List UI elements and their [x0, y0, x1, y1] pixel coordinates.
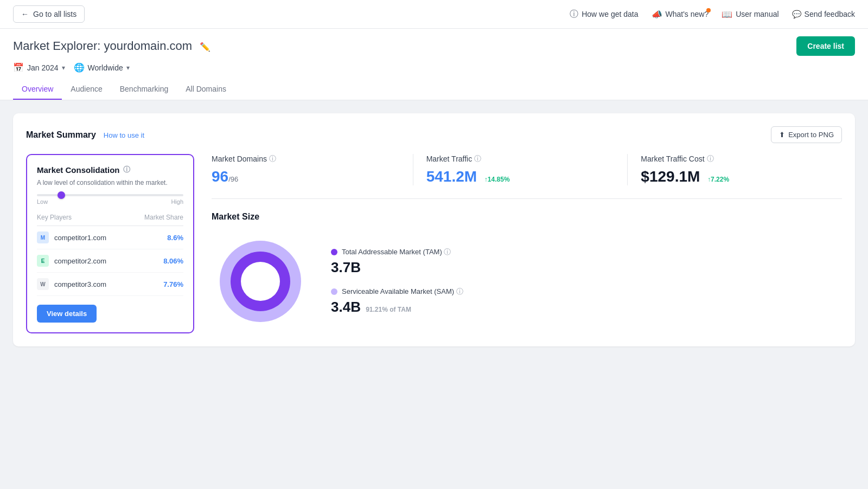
- geo-filter-button[interactable]: 🌐 Worldwide ▾: [74, 62, 130, 73]
- key-players-list: M competitor1.com 8.6% E competitor2.com…: [37, 226, 183, 296]
- metric-traffic: Market Traffic ⓘ 541.2M ↑14.85%: [413, 154, 628, 185]
- edit-icon[interactable]: ✏️: [200, 42, 210, 52]
- megaphone-icon: 📣: [652, 9, 662, 20]
- nav-right: ⓘ How we get data 📣 What's new? 📖 User m…: [570, 9, 855, 20]
- market-summary-card: Market Summary How to use it ⬆ Export to…: [13, 113, 855, 346]
- player-left-1: E competitor2.com: [37, 255, 106, 267]
- tam-value: 3.7B: [331, 259, 463, 276]
- section-title-area: Market Summary How to use it: [26, 130, 144, 140]
- back-button[interactable]: ← Go to all lists: [13, 5, 85, 23]
- legend-sam: Serviceable Available Market (SAM) ⓘ 3.4…: [331, 287, 463, 316]
- slider-thumb: [58, 191, 65, 199]
- metric-domains-value: 96/96: [212, 168, 400, 185]
- tab-benchmarking[interactable]: Benchmarking: [111, 79, 177, 100]
- tam-info-icon[interactable]: ⓘ: [444, 248, 451, 256]
- geo-chevron-icon: ▾: [126, 64, 130, 72]
- send-feedback-label: Send feedback: [805, 10, 855, 18]
- how-we-get-data-label: How we get data: [582, 10, 638, 18]
- export-png-button[interactable]: ⬆ Export to PNG: [771, 126, 842, 143]
- market-size-legend: Total Addressable Market (TAM) ⓘ 3.7B: [331, 247, 463, 316]
- question-circle-icon: ⓘ: [570, 9, 578, 20]
- back-arrow-icon: ←: [21, 10, 29, 18]
- key-players-header: Key Players Market Share: [37, 208, 183, 226]
- metric-domains-label: Market Domains ⓘ: [212, 154, 400, 164]
- cost-info-icon[interactable]: ⓘ: [707, 154, 714, 164]
- legend-tam-header: Total Addressable Market (TAM) ⓘ: [331, 247, 463, 257]
- view-details-button[interactable]: View details: [37, 305, 97, 323]
- upload-icon: ⬆: [779, 131, 785, 139]
- player-left-2: W competitor3.com: [37, 278, 106, 290]
- market-size-body: Total Addressable Market (TAM) ⓘ 3.7B: [212, 233, 842, 330]
- metric-traffic-value: 541.2M ↑14.85%: [426, 168, 615, 185]
- slider-track: [37, 194, 183, 196]
- tab-all-domains[interactable]: All Domains: [177, 79, 235, 100]
- traffic-info-icon[interactable]: ⓘ: [474, 154, 481, 164]
- tam-label: Total Addressable Market (TAM) ⓘ: [342, 247, 451, 257]
- legend-sam-header: Serviceable Available Market (SAM) ⓘ: [331, 287, 463, 297]
- tab-audience[interactable]: Audience: [62, 79, 111, 100]
- player-share-0: 8.6%: [167, 234, 183, 242]
- calendar-icon: 📅: [13, 62, 24, 73]
- legend-tam: Total Addressable Market (TAM) ⓘ 3.7B: [331, 247, 463, 276]
- whats-new-label: What's new?: [666, 10, 709, 18]
- sam-label: Serviceable Available Market (SAM) ⓘ: [342, 287, 463, 297]
- tab-overview[interactable]: Overview: [13, 79, 62, 100]
- how-to-use-link[interactable]: How to use it: [104, 131, 144, 139]
- sam-sub: 91.21% of TAM: [366, 306, 411, 313]
- player-favicon-0: M: [37, 231, 49, 243]
- sam-value: 3.4B 91.21% of TAM: [331, 299, 463, 316]
- back-label: Go to all lists: [33, 10, 76, 18]
- player-share-1: 8.06%: [163, 257, 183, 265]
- user-manual-label: User manual: [736, 10, 778, 18]
- date-chevron-icon: ▾: [62, 64, 65, 72]
- player-row-1: E competitor2.com 8.06%: [37, 249, 183, 273]
- metric-domains: Market Domains ⓘ 96/96: [212, 154, 413, 185]
- domains-info-icon[interactable]: ⓘ: [269, 154, 276, 164]
- slider-high-label: High: [171, 198, 183, 205]
- player-name-0: competitor1.com: [54, 234, 106, 242]
- whats-new-wrapper: 📣 What's new?: [652, 9, 709, 20]
- consolidation-info-icon[interactable]: ⓘ: [123, 165, 130, 175]
- geo-filter-label: Worldwide: [88, 63, 123, 72]
- consolidation-slider: Low High: [37, 194, 183, 205]
- create-list-button[interactable]: Create list: [796, 36, 855, 56]
- date-filter-label: Jan 2024: [27, 63, 59, 72]
- page-title-row: Market Explorer: yourdomain.com ✏️ Creat…: [13, 36, 855, 56]
- slider-labels: Low High: [37, 198, 183, 205]
- book-icon: 📖: [722, 9, 732, 20]
- player-name-2: competitor3.com: [54, 280, 106, 288]
- send-feedback-link[interactable]: 💬 Send feedback: [792, 10, 855, 18]
- globe-icon: 🌐: [74, 62, 85, 73]
- metric-cost-value: $129.1M ↑7.22%: [641, 168, 829, 185]
- consolidation-description: A low level of consolidation within the …: [37, 179, 183, 186]
- summary-body: Market Consolidation ⓘ A low level of co…: [26, 154, 842, 333]
- page-title: Market Explorer: yourdomain.com ✏️: [13, 39, 210, 53]
- market-share-col-label: Market Share: [144, 214, 183, 221]
- player-row-0: M competitor1.com 8.6%: [37, 226, 183, 249]
- main-content: Market Summary How to use it ⬆ Export to…: [0, 100, 868, 359]
- metrics-panel: Market Domains ⓘ 96/96 Market Traffic ⓘ: [212, 154, 842, 333]
- market-size-section: Market Size Tot: [212, 212, 842, 330]
- donut-chart: [212, 233, 309, 330]
- how-we-get-data-link[interactable]: ⓘ How we get data: [570, 9, 638, 20]
- player-name-1: competitor2.com: [54, 257, 106, 265]
- slider-low-label: Low: [37, 198, 48, 205]
- section-title: Market Summary: [26, 130, 96, 139]
- sam-info-icon[interactable]: ⓘ: [456, 287, 463, 295]
- top-navigation: ← Go to all lists ⓘ How we get data 📣 Wh…: [0, 0, 868, 29]
- player-favicon-1: E: [37, 255, 49, 267]
- key-players-col-label: Key Players: [37, 214, 72, 221]
- sam-dot: [331, 288, 337, 295]
- section-header: Market Summary How to use it ⬆ Export to…: [26, 126, 842, 143]
- metrics-row: Market Domains ⓘ 96/96 Market Traffic ⓘ: [212, 154, 842, 199]
- chat-icon: 💬: [792, 10, 801, 18]
- domain-name: yourdomain.com: [104, 39, 193, 53]
- player-row-2: W competitor3.com 7.76%: [37, 273, 183, 296]
- date-filter-button[interactable]: 📅 Jan 2024 ▾: [13, 62, 65, 73]
- consolidation-title: Market Consolidation ⓘ: [37, 165, 183, 175]
- user-manual-link[interactable]: 📖 User manual: [722, 9, 778, 20]
- whats-new-link[interactable]: 📣 What's new?: [652, 9, 709, 20]
- page-title-area: Market Explorer: yourdomain.com ✏️: [13, 39, 210, 53]
- market-size-title: Market Size: [212, 212, 842, 222]
- consolidation-panel: Market Consolidation ⓘ A low level of co…: [26, 154, 194, 333]
